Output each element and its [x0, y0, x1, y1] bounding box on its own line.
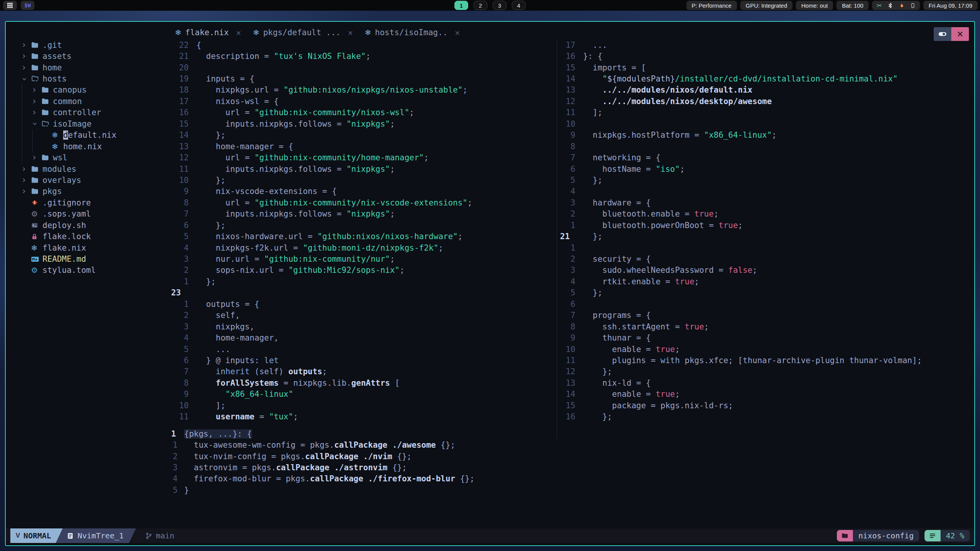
workspace-2[interactable]: 2	[474, 1, 487, 10]
code-line[interactable]: 1 outputs = {	[170, 298, 555, 310]
chevron-right-icon[interactable]	[22, 189, 31, 194]
code-line[interactable]: 12 };	[559, 366, 971, 377]
tree-item-common[interactable]: common	[9, 96, 173, 107]
code-line[interactable]: 11 ];	[559, 107, 971, 118]
tree-item-overlays[interactable]: overlays	[9, 174, 173, 186]
chevron-right-icon[interactable]	[22, 42, 31, 48]
code-line[interactable]: 16}: {	[559, 51, 971, 62]
code-line[interactable]: 8 ssh.startAgent = true;	[559, 321, 971, 332]
code-line[interactable]: 6 hostName = "iso";	[559, 163, 971, 174]
tree-item-wsl[interactable]: wsl	[9, 152, 173, 163]
chevron-right-icon[interactable]	[22, 166, 31, 172]
code-line[interactable]: 5 ...	[170, 344, 555, 355]
code-line[interactable]: 7 programs = {	[559, 310, 971, 321]
code-line[interactable]: 21 description = "tux's NixOS Flake";	[170, 51, 555, 62]
code-line[interactable]: 1 };	[170, 276, 555, 287]
tree-item-stylua-toml[interactable]: ⚙stylua.toml	[9, 265, 173, 276]
code-line[interactable]: 16 url = "github:nix-community/nixos-wsl…	[170, 107, 555, 118]
code-line-cursor[interactable]: 21 };	[559, 231, 971, 242]
code-line[interactable]: 1 bluetooth.powerOnBoot = true;	[559, 220, 971, 231]
gpu-pill[interactable]: GPU: Integrated	[740, 1, 792, 10]
clock[interactable]: Fri Aug 09, 17:09	[923, 1, 978, 10]
code-line[interactable]: 16 };	[559, 411, 971, 422]
tree-item-hosts[interactable]: hosts	[9, 73, 173, 84]
tab-close-icon[interactable]: ×	[236, 29, 242, 37]
chevron-right-icon[interactable]	[32, 99, 41, 104]
phone-icon[interactable]	[910, 2, 915, 9]
code-line[interactable]: 2 bluetooth.enable = true;	[559, 209, 971, 220]
power-profile-pill[interactable]: P: Performance	[686, 1, 737, 10]
code-line[interactable]: 4	[559, 186, 971, 197]
code-line[interactable]: 7 inherit (self) outputs;	[170, 366, 555, 377]
code-line[interactable]: 10 ];	[170, 400, 555, 411]
chevron-right-icon[interactable]	[22, 178, 31, 183]
tree-item-isoimage[interactable]: isoImage	[9, 118, 173, 129]
code-line[interactable]: 4 rtkit.enable = true;	[559, 276, 971, 287]
code-line[interactable]: 1 tux-awesome-wm-config = pkgs.callPacka…	[170, 439, 970, 450]
code-line[interactable]: 3 sudo.wheelNeedsPassword = false;	[559, 265, 971, 276]
code-line[interactable]: 2 security = {	[559, 253, 971, 264]
code-line[interactable]: 12 ../../modules/nixos/desktop/awesome	[559, 96, 971, 107]
battery-pill[interactable]: Bat: 100	[836, 1, 869, 10]
code-line[interactable]: 11 inputs.nixpkgs.follows = "nixpkgs";	[170, 163, 555, 174]
code-line[interactable]: 13 ../../modules/nixos/default.nix	[559, 85, 971, 96]
code-line[interactable]: 5 };	[559, 287, 971, 298]
code-line[interactable]: 3 hardware = {	[559, 197, 971, 208]
tree-item-assets[interactable]: assets	[9, 51, 173, 62]
code-line[interactable]: 5 nixos-hardware.url = "github:nixos/nix…	[170, 231, 555, 242]
code-line[interactable]: 11 plugins = with pkgs.xfce; [thunar-arc…	[559, 355, 971, 366]
code-line[interactable]: 5}	[170, 484, 970, 496]
chevron-right-icon[interactable]	[32, 155, 41, 160]
code-line[interactable]: 22{	[170, 39, 555, 51]
tab-close-icon[interactable]: ×	[454, 29, 460, 37]
tab-flake-nix[interactable]: ❄ flake.nix ×	[175, 28, 242, 37]
code-line[interactable]: 13 home-manager = {	[170, 141, 555, 152]
tree-item-modules[interactable]: modules	[9, 163, 173, 174]
tree-item-readme-md[interactable]: README.md	[9, 253, 173, 264]
code-line[interactable]: 14 enable = true;	[559, 389, 971, 400]
tree-item--gitignore[interactable]: .gitignore	[9, 197, 173, 208]
code-line[interactable]: 9 nix-vscode-extensions = {	[170, 186, 555, 197]
code-line[interactable]: 17 nixos-wsl = {	[170, 96, 555, 107]
tab-close-icon[interactable]: ×	[348, 29, 353, 37]
code-line[interactable]: 6	[559, 298, 971, 310]
code-line[interactable]: 3 astronvim = pkgs.callPackage ./astronv…	[170, 462, 970, 473]
tree-item-pkgs[interactable]: pkgs	[9, 186, 173, 197]
code-line[interactable]: 15 package = pkgs.nix-ld-rs;	[559, 400, 971, 411]
code-line[interactable]: 11 username = "tux";	[170, 411, 555, 422]
code-line[interactable]: 3 nixpkgs,	[170, 321, 555, 332]
code-line[interactable]: 9 "x86_64-linux"	[170, 389, 555, 400]
code-line[interactable]: 5 };	[559, 174, 971, 186]
code-line[interactable]: 2 self,	[170, 310, 555, 321]
code-line[interactable]: 14 };	[170, 130, 555, 141]
code-line[interactable]: 1	[559, 242, 971, 253]
code-line[interactable]: 2 sops-nix.url = "github:Mic92/sops-nix"…	[170, 265, 555, 276]
code-line[interactable]: 2 tux-nvim-config = pkgs.callPackage ./n…	[170, 451, 970, 462]
code-line[interactable]: 4 home-manager,	[170, 332, 555, 343]
code-line[interactable]: 4 firefox-mod-blur = pkgs.callPackage ./…	[170, 473, 970, 484]
code-line[interactable]: 15 inputs.nixpkgs.follows = "nixpkgs";	[170, 118, 555, 129]
code-line[interactable]: 20	[170, 62, 555, 73]
tree-item--git[interactable]: .git	[9, 39, 173, 51]
code-line-cursor[interactable]: 23	[170, 287, 555, 298]
workspace-3[interactable]: 3	[493, 1, 506, 10]
code-line[interactable]: 10 enable = true;	[559, 344, 971, 355]
scissors-icon[interactable]: ✂	[877, 2, 882, 9]
code-line[interactable]: 13 nix-ld = {	[559, 377, 971, 388]
wm-logo[interactable]: $W	[21, 1, 34, 10]
apps-grid-icon[interactable]	[3, 1, 17, 10]
code-line[interactable]: 15 imports = [	[559, 62, 971, 73]
close-button[interactable]: ✕	[951, 27, 969, 41]
code-line-cursor[interactable]: 1{pkgs, ...}: {	[170, 428, 970, 439]
tab-hosts-isoimage[interactable]: ❄ hosts/isoImag.. ×	[365, 28, 461, 37]
code-line[interactable]: 18 nixpkgs.url = "github:nixos/nixpkgs/n…	[170, 85, 555, 96]
tree-item-home[interactable]: home	[9, 62, 173, 73]
tree-item--sops-yaml[interactable]: ⚙.sops.yaml	[9, 209, 173, 220]
chevron-down-icon[interactable]	[22, 77, 31, 82]
tab-pkgs-default[interactable]: ❄ pkgs/default ... ×	[253, 28, 353, 37]
workspace-1[interactable]: 1	[454, 1, 468, 10]
code-line[interactable]: 17 ...	[559, 39, 971, 51]
bluetooth-icon[interactable]	[887, 2, 893, 9]
code-line[interactable]: 6 } @ inputs: let	[170, 355, 555, 366]
code-line[interactable]: 6 };	[170, 220, 555, 231]
